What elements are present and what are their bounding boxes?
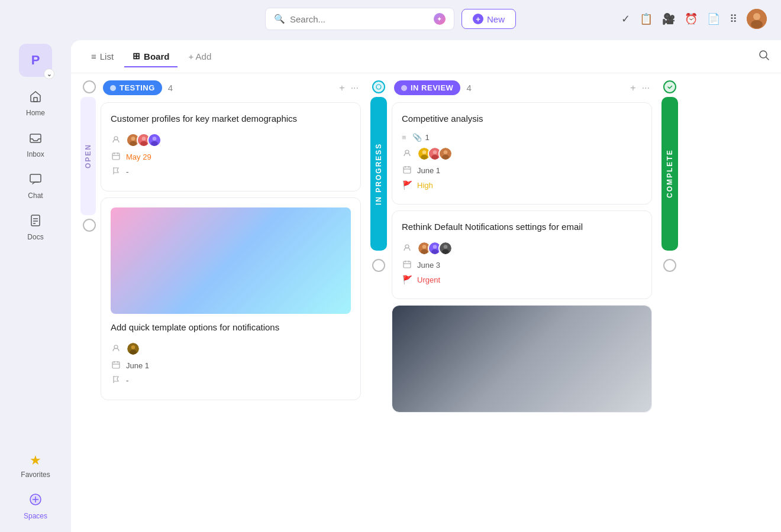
in-review-add-btn[interactable]: + <box>630 83 635 93</box>
open-top-toggle[interactable] <box>83 80 96 93</box>
card-date: June 3 <box>417 261 440 270</box>
testing-more-btn[interactable]: ··· <box>351 83 359 93</box>
in-progress-wrapper: IN PROGRESS <box>370 80 387 272</box>
person-icon <box>402 244 412 254</box>
svg-rect-5 <box>30 174 41 182</box>
svg-point-32 <box>131 345 135 349</box>
person-icon <box>111 135 121 145</box>
search-bar[interactable]: 🔍 ✦ <box>265 8 454 30</box>
clipboard-icon[interactable]: 📋 <box>640 12 653 25</box>
card-competitive-analysis[interactable]: Competitive analysis ≡ 📎 1 <box>392 102 652 205</box>
view-search-icon[interactable] <box>759 50 769 63</box>
in-progress-label[interactable]: IN PROGRESS <box>370 97 387 251</box>
sidebar-item-inbox[interactable]: Inbox <box>9 125 62 164</box>
svg-point-17 <box>131 137 135 141</box>
card-priority: - <box>126 167 128 176</box>
card-priority-row: - <box>111 167 351 177</box>
in-progress-bottom-toggle[interactable] <box>372 259 385 272</box>
tab-board-label: Board <box>144 51 169 61</box>
card-priority-row: 🚩 High <box>402 180 642 190</box>
sidebar-item-favorites[interactable]: ★ Favorites <box>9 447 62 485</box>
chat-icon <box>29 173 42 189</box>
in-progress-top-toggle[interactable] <box>372 80 385 93</box>
card-customer-profiles[interactable]: Customer profiles for key market demogra… <box>101 102 361 192</box>
workspace-button[interactable]: P ⌄ <box>19 44 52 77</box>
checkmark-icon[interactable]: ✓ <box>621 12 630 25</box>
card-quick-template[interactable]: Add quick template options for notificat… <box>101 197 361 400</box>
testing-count: 4 <box>168 83 173 93</box>
svg-rect-64 <box>404 261 411 268</box>
home-icon <box>29 90 42 106</box>
in-review-status-dot <box>401 85 407 91</box>
search-input[interactable] <box>290 14 429 24</box>
sidebar-item-favorites-label: Favorites <box>21 471 50 479</box>
card-priority: High <box>417 181 433 190</box>
svg-line-14 <box>766 57 769 60</box>
docs-icon <box>29 214 42 231</box>
flag-urgent-icon: 🚩 <box>402 275 412 284</box>
card-attachments-row: ≡ 📎 1 <box>402 133 642 142</box>
svg-point-20 <box>142 137 146 141</box>
sidebar-item-home[interactable]: Home <box>9 84 62 123</box>
card-date-row: June 3 <box>402 260 642 270</box>
in-review-column-scroll[interactable]: Competitive analysis ≡ 📎 1 <box>392 102 652 419</box>
svg-rect-25 <box>112 153 120 160</box>
svg-point-39 <box>376 85 381 89</box>
card-image <box>111 207 351 314</box>
tab-board[interactable]: ⊞ Board <box>124 46 178 67</box>
add-tab-label: + Add <box>188 51 211 61</box>
svg-rect-50 <box>404 167 411 173</box>
complete-top-toggle[interactable] <box>663 80 676 93</box>
testing-column-header: TESTING 4 + ··· <box>101 80 361 95</box>
complete-bottom-toggle[interactable] <box>663 259 676 272</box>
svg-point-2 <box>751 20 763 28</box>
svg-point-49 <box>442 155 449 160</box>
testing-status-badge: TESTING <box>103 80 162 95</box>
sidebar-item-spaces[interactable]: Spaces <box>9 487 62 526</box>
view-tabs: ≡ List ⊞ Board + Add <box>71 40 781 73</box>
favorites-icon: ★ <box>30 453 41 468</box>
card-dark-image[interactable] <box>392 305 652 413</box>
add-view-tab[interactable]: + Add <box>180 47 220 66</box>
avatar-1 <box>126 342 140 356</box>
svg-point-24 <box>151 141 158 146</box>
card-date: May 29 <box>126 153 151 161</box>
svg-point-45 <box>433 150 437 154</box>
card-date-row: June 1 <box>111 361 351 371</box>
avatar-3 <box>438 147 453 161</box>
in-review-more-btn[interactable]: ··· <box>642 83 650 93</box>
testing-column-actions: + ··· <box>339 83 359 93</box>
card-rethink-notifications[interactable]: Rethink Default Notifications settings f… <box>392 210 652 299</box>
user-avatar[interactable] <box>747 9 767 29</box>
in-review-column-header: IN REVIEW 4 + ··· <box>392 80 652 95</box>
calendar-icon <box>111 152 121 162</box>
testing-add-btn[interactable]: + <box>339 83 344 93</box>
video-icon[interactable]: 🎥 <box>662 12 675 25</box>
card-title: Customer profiles for key market demogra… <box>111 112 351 125</box>
alarm-icon[interactable]: ⏰ <box>685 12 698 25</box>
sidebar-item-chat[interactable]: Chat <box>9 167 62 206</box>
flag-icon: 🚩 <box>402 180 412 190</box>
new-button[interactable]: + New <box>462 9 516 29</box>
workspace-letter: P <box>31 53 40 68</box>
svg-rect-3 <box>34 98 37 102</box>
doc-icon[interactable]: 📄 <box>707 12 720 25</box>
open-bottom-toggle[interactable] <box>83 219 96 232</box>
testing-column-scroll[interactable]: Customer profiles for key market demogra… <box>101 102 361 406</box>
calendar-icon <box>111 361 121 371</box>
svg-point-60 <box>431 249 438 254</box>
tab-list[interactable]: ≡ List <box>83 47 122 67</box>
workspace-dropdown-icon[interactable]: ⌄ <box>44 69 54 79</box>
sidebar-item-docs[interactable]: Docs <box>9 208 62 247</box>
new-plus-icon: + <box>473 14 483 24</box>
sidebar-item-docs-label: Docs <box>27 233 43 241</box>
avatar-3 <box>438 241 453 255</box>
card-date: June 1 <box>126 361 149 370</box>
list-icon: ≡ <box>91 51 96 61</box>
card-priority: - <box>126 376 128 385</box>
complete-label[interactable]: COMPLETE <box>661 97 678 251</box>
attachment-icon: 📎 <box>412 133 422 142</box>
open-label[interactable]: OPEN <box>80 97 96 215</box>
svg-point-62 <box>444 245 448 249</box>
grid-icon[interactable]: ⠿ <box>730 12 737 25</box>
